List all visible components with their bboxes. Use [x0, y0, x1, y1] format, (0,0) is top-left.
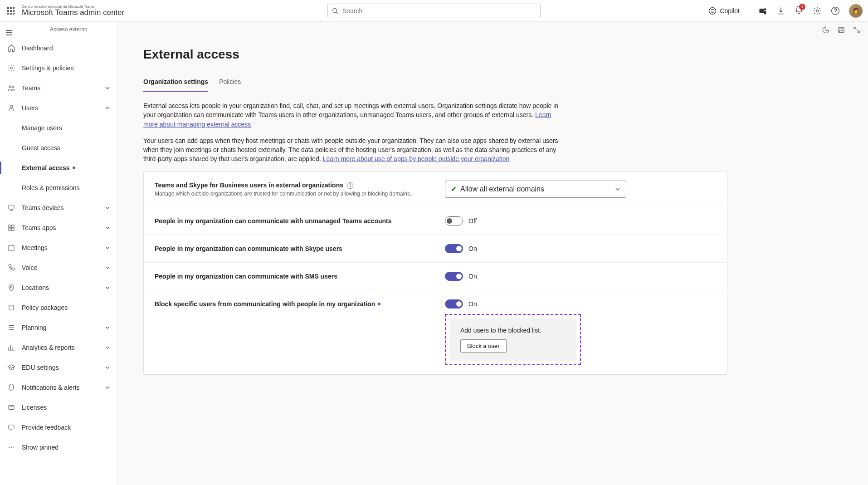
sidebar-item-manage-users[interactable]: Manage users	[4, 118, 114, 138]
sidebar-item-label: Teams devices	[22, 204, 64, 211]
svg-line-10	[336, 12, 338, 14]
sidebar-item-licenses[interactable]: Licenses	[4, 397, 114, 417]
nav-list: DashboardSettings & policiesTeamsUsersMa…	[0, 38, 117, 457]
sms-toggle[interactable]	[445, 272, 463, 281]
avatar[interactable]: 👩	[849, 4, 863, 18]
dot-indicator	[73, 167, 75, 169]
more-icon	[7, 443, 15, 451]
sidebar-item-policy-packages[interactable]: Policy packages	[4, 298, 114, 318]
svg-point-35	[13, 447, 14, 448]
row-skype: People in my organization can communicat…	[144, 235, 727, 263]
svg-rect-38	[839, 30, 843, 33]
sidebar-item-external-access[interactable]: External access	[4, 158, 114, 178]
chevron-down-icon	[105, 245, 110, 250]
unmanaged-toggle[interactable]	[445, 216, 463, 225]
dark-mode-icon[interactable]	[822, 26, 830, 34]
svg-rect-1	[10, 7, 12, 9]
skype-toggle[interactable]	[445, 244, 463, 253]
sidebar-item-notifications-alerts[interactable]: Notifications & alerts	[4, 377, 114, 397]
copilot-icon	[708, 6, 717, 15]
sidebar-item-users[interactable]: Users	[4, 98, 114, 118]
sidebar-item-label: Locations	[22, 284, 49, 291]
license-icon	[7, 403, 15, 412]
sidebar-item-label: Policy packages	[22, 304, 68, 311]
svg-rect-25	[12, 225, 14, 227]
sidebar-item-label: Licenses	[22, 404, 47, 411]
tabs: Organization settings Policies	[143, 74, 727, 92]
copilot-label: Copilot	[720, 7, 740, 15]
svg-rect-5	[13, 10, 15, 12]
download-icon[interactable]	[776, 6, 785, 15]
home-icon	[7, 44, 15, 52]
app-title: Centro de administración de Microsoft Te…	[22, 5, 124, 16]
sidebar-item-label: Settings & policies	[22, 64, 73, 72]
row-unmanaged-label: People in my organization can communicat…	[155, 217, 445, 225]
app-launcher-icon[interactable]	[5, 5, 16, 16]
help-icon[interactable]	[831, 6, 840, 15]
topbar: Centro de administración de Microsoft Te…	[0, 0, 868, 22]
row-domains-title: Teams and Skype for Business users in ex…	[155, 181, 343, 189]
domains-select[interactable]: ✔ Allow all external domains	[445, 181, 626, 198]
block-state: On	[468, 300, 477, 308]
svg-point-14	[816, 10, 819, 12]
row-sms: People in my organization can communicat…	[144, 263, 727, 290]
phone-icon	[7, 264, 15, 272]
divider	[749, 5, 749, 16]
person-icon	[7, 104, 15, 112]
copilot-button[interactable]: Copilot	[708, 6, 740, 15]
package-icon	[7, 304, 15, 312]
settings-icon[interactable]	[813, 6, 822, 15]
tab-org-settings[interactable]: Organization settings	[143, 74, 208, 92]
learn-more-link-2[interactable]: Learn more about use of apps by people o…	[323, 155, 510, 162]
check-icon: ✔	[451, 185, 457, 193]
block-user-button[interactable]: Block a user	[460, 339, 507, 353]
sidebar-item-label: Users	[22, 104, 39, 112]
location-icon	[7, 284, 15, 292]
highlight-box: Add users to the blocked list. Block a u…	[445, 314, 581, 365]
svg-rect-0	[7, 7, 9, 9]
sidebar-item-settings-policies[interactable]: Settings & policies	[4, 58, 114, 78]
sidebar-item-planning[interactable]: Planning	[4, 318, 114, 338]
sidebar-item-label: Meetings	[22, 244, 48, 251]
device-icon	[7, 204, 15, 212]
search-box	[327, 4, 541, 18]
svg-point-29	[10, 286, 12, 288]
sidebar-item-label: Notifications & alerts	[22, 384, 80, 391]
sidebar: Acceso externo DashboardSettings & polic…	[0, 22, 118, 485]
svg-rect-3	[7, 10, 9, 12]
bell-icon	[7, 383, 15, 392]
save-icon[interactable]	[837, 26, 845, 34]
chevron-down-icon	[105, 265, 110, 270]
sidebar-item-teams-devices[interactable]: Teams devices	[4, 198, 114, 218]
sidebar-item-show-pinned[interactable]: Show pinned	[4, 437, 114, 457]
chart-icon	[7, 343, 15, 352]
gear-icon	[7, 64, 15, 72]
sidebar-item-meetings[interactable]: Meetings	[4, 238, 114, 258]
svg-point-11	[709, 7, 716, 14]
search-input[interactable]	[327, 4, 541, 18]
info-icon[interactable]: i	[347, 182, 353, 189]
sidebar-item-provide-feedback[interactable]: Provide feedback	[4, 417, 114, 437]
sidebar-item-analytics-reports[interactable]: Analytics & reports	[4, 338, 114, 358]
people-icon	[7, 84, 15, 92]
app-title-text: Microsoft Teams admin center	[22, 9, 124, 16]
sidebar-item-roles-permissions[interactable]: Roles & permissions	[4, 178, 114, 198]
sidebar-item-locations[interactable]: Locations	[4, 278, 114, 298]
block-toggle[interactable]	[445, 299, 463, 309]
sidebar-item-label: Roles & permissions	[22, 184, 80, 191]
sidebar-item-guest-access[interactable]: Guest access	[4, 138, 114, 158]
expand-icon[interactable]	[853, 26, 861, 34]
sidebar-item-edu-settings[interactable]: EDU settings	[4, 358, 114, 377]
row-block-label: Block specific users from communicating …	[155, 300, 445, 308]
notifications-button[interactable]: 1	[795, 5, 804, 16]
sidebar-item-teams-apps[interactable]: Teams apps	[4, 218, 114, 238]
sidebar-item-teams[interactable]: Teams	[4, 78, 114, 98]
sidebar-item-dashboard[interactable]: Dashboard	[4, 38, 114, 58]
svg-rect-26	[9, 228, 11, 230]
blocked-panel: Add users to the blocked list. Block a u…	[449, 318, 576, 361]
tab-policies[interactable]: Policies	[219, 74, 241, 92]
teams-icon[interactable]	[758, 6, 767, 15]
feedback-icon	[7, 423, 15, 431]
sidebar-item-label: Voice	[22, 264, 37, 271]
sidebar-item-voice[interactable]: Voice	[4, 258, 114, 278]
